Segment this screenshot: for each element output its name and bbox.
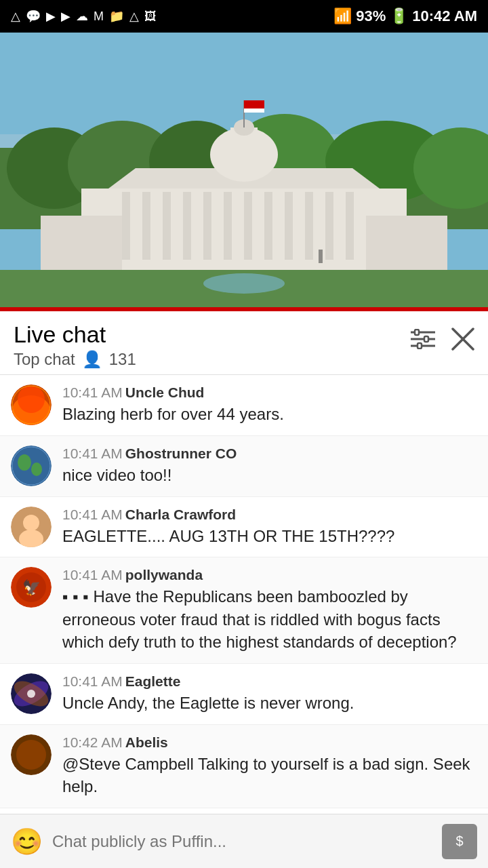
svg-point-47 bbox=[11, 446, 52, 486]
message-content: 10:41 AMCharla CrawfordEAGLETTE.... AUG … bbox=[62, 507, 477, 548]
close-icon bbox=[451, 328, 474, 351]
message-meta: 10:41 AMCharla Crawford bbox=[62, 507, 477, 523]
close-button[interactable] bbox=[451, 328, 474, 351]
chat-header: Live chat Top chat 👤 131 bbox=[0, 311, 488, 375]
video-thumbnail bbox=[0, 33, 488, 307]
message-row: 10:42 AMAbelis@Steve Campbell Talking to… bbox=[0, 725, 488, 808]
svg-point-52 bbox=[23, 515, 39, 531]
svg-point-60 bbox=[27, 690, 35, 698]
svg-rect-15 bbox=[224, 192, 232, 260]
viewer-count: 131 bbox=[109, 350, 136, 369]
status-bar: △ 💬 ▶ ▶ ☁ M 📁 △ 🖼 📶 93% 🔋 10:42 AM bbox=[0, 0, 488, 33]
status-info: 📶 93% 🔋 10:42 AM bbox=[333, 7, 477, 25]
avatar bbox=[11, 734, 52, 775]
svg-text:$: $ bbox=[455, 833, 463, 848]
message-username[interactable]: pollywanda bbox=[125, 567, 203, 583]
message-text: ▪ ▪ ▪ Have the Republicans been bamboozl… bbox=[62, 585, 477, 654]
message-row: 🦅10:41 AMpollywanda▪ ▪ ▪ Have the Republ… bbox=[0, 557, 488, 664]
svg-rect-34 bbox=[319, 250, 323, 263]
image-icon: 🖼 bbox=[144, 9, 157, 24]
viewers-icon: 👤 bbox=[82, 350, 102, 369]
chat-header-icons bbox=[411, 322, 474, 351]
message-content: 10:42 AMAbelis@Steve Campbell Talking to… bbox=[62, 734, 477, 798]
message-username[interactable]: Eaglette bbox=[125, 673, 181, 689]
svg-rect-38 bbox=[415, 330, 419, 335]
chat-header-left: Live chat Top chat 👤 131 bbox=[14, 322, 136, 369]
svg-rect-11 bbox=[142, 192, 150, 260]
avatar bbox=[11, 507, 52, 547]
message-row: 10:41 AMGhostrunner COnice video too!! bbox=[0, 436, 488, 497]
svg-rect-12 bbox=[163, 192, 171, 260]
chat-input[interactable] bbox=[52, 832, 432, 851]
svg-point-48 bbox=[18, 454, 31, 471]
chat-section: Live chat Top chat 👤 131 bbox=[0, 311, 488, 846]
svg-rect-18 bbox=[285, 192, 293, 260]
battery-level: 93% bbox=[356, 7, 386, 25]
avatar: 🦅 bbox=[11, 567, 52, 608]
send-icon: $ bbox=[449, 831, 470, 852]
filter-icon bbox=[411, 329, 435, 349]
svg-text:🦅: 🦅 bbox=[22, 578, 41, 597]
chat-title: Live chat bbox=[14, 322, 136, 347]
alert-icon: △ bbox=[11, 9, 20, 24]
message-text: EAGLETTE.... AUG 13TH OR THE 15TH???? bbox=[62, 525, 477, 548]
message-content: 10:41 AMGhostrunner COnice video too!! bbox=[62, 446, 477, 487]
message-row: 10:41 AMEagletteUncle Andy, the Eaglette… bbox=[0, 664, 488, 725]
send-button[interactable]: $ bbox=[442, 824, 477, 859]
svg-rect-19 bbox=[305, 192, 313, 260]
svg-point-33 bbox=[203, 273, 285, 294]
svg-rect-20 bbox=[325, 192, 333, 260]
avatar bbox=[11, 384, 52, 425]
folder-icon: 📁 bbox=[109, 9, 124, 24]
svg-rect-30 bbox=[41, 216, 122, 270]
message-meta: 10:41 AMUncle Chud bbox=[62, 384, 477, 401]
message-meta: 10:41 AMEaglette bbox=[62, 673, 477, 690]
mastodon-icon: M bbox=[94, 9, 104, 24]
message-time: 10:41 AM bbox=[62, 507, 123, 522]
clock: 10:42 AM bbox=[412, 7, 477, 25]
message-row: 10:41 AMCharla CrawfordEAGLETTE.... AUG … bbox=[0, 497, 488, 558]
filter-button[interactable] bbox=[411, 329, 435, 349]
avatar bbox=[11, 673, 52, 714]
top-chat-label[interactable]: Top chat bbox=[14, 350, 75, 369]
youtube-icon: ▶ bbox=[46, 9, 56, 24]
svg-rect-13 bbox=[183, 192, 191, 260]
wifi-icon: 📶 bbox=[333, 7, 352, 25]
battery-icon: 🔋 bbox=[390, 7, 408, 25]
message-text: Blazing herb for over 44 years. bbox=[62, 403, 477, 426]
svg-rect-39 bbox=[424, 336, 428, 342]
svg-rect-29 bbox=[244, 108, 264, 113]
message-username[interactable]: Uncle Chud bbox=[125, 384, 205, 400]
message-icon: 💬 bbox=[26, 9, 41, 24]
message-meta: 10:41 AMGhostrunner CO bbox=[62, 446, 477, 462]
emoji-button[interactable]: 😊 bbox=[11, 827, 43, 856]
message-username[interactable]: Ghostrunner CO bbox=[125, 446, 237, 461]
chat-messages: 10:41 AMUncle ChudBlazing herb for over … bbox=[0, 375, 488, 846]
video-player[interactable] bbox=[0, 33, 488, 307]
svg-rect-21 bbox=[346, 192, 354, 260]
svg-rect-14 bbox=[203, 192, 211, 260]
svg-point-62 bbox=[16, 740, 46, 770]
status-icons: △ 💬 ▶ ▶ ☁ M 📁 △ 🖼 bbox=[11, 9, 157, 24]
svg-point-49 bbox=[31, 462, 42, 476]
message-username[interactable]: Charla Crawford bbox=[125, 507, 236, 522]
svg-point-45 bbox=[18, 386, 45, 413]
chat-input-bar: 😊 $ bbox=[0, 814, 488, 868]
message-text: nice video too!! bbox=[62, 464, 477, 487]
message-text: Uncle Andy, the Eaglette is never wrong. bbox=[62, 692, 477, 715]
svg-rect-17 bbox=[264, 192, 272, 260]
message-row: 10:41 AMUncle ChudBlazing herb for over … bbox=[0, 375, 488, 436]
message-content: 10:41 AMUncle ChudBlazing herb for over … bbox=[62, 384, 477, 426]
avatar bbox=[11, 446, 52, 486]
message-time: 10:42 AM bbox=[62, 734, 123, 750]
message-text: @Steve Campbell Talking to yourself is a… bbox=[62, 753, 477, 798]
play-icon: ▶ bbox=[61, 9, 70, 24]
message-content: 10:41 AMpollywanda▪ ▪ ▪ Have the Republi… bbox=[62, 567, 477, 654]
svg-rect-28 bbox=[244, 100, 264, 104]
svg-rect-31 bbox=[366, 216, 447, 270]
message-meta: 10:41 AMpollywanda bbox=[62, 567, 477, 583]
message-meta: 10:42 AMAbelis bbox=[62, 734, 477, 751]
message-time: 10:41 AM bbox=[62, 446, 123, 461]
cloud-icon: ☁ bbox=[76, 9, 88, 24]
message-username[interactable]: Abelis bbox=[125, 734, 168, 750]
